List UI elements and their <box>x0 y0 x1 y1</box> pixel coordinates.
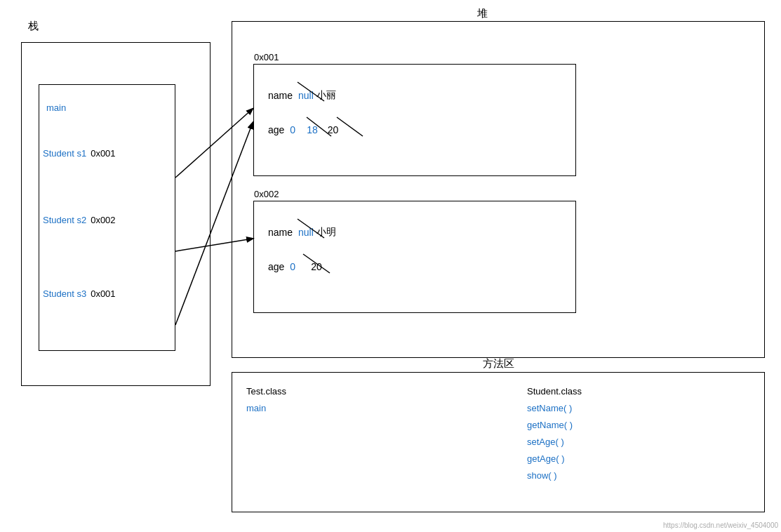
heap-label: 堆 <box>477 7 488 20</box>
obj1-name-new: 小丽 <box>316 89 336 102</box>
obj-box-1: 0x001 name null 小丽 age 0 18 20 <box>253 64 576 176</box>
test-class-label: Test.class <box>246 383 286 400</box>
obj2-strikethrough <box>254 201 575 312</box>
stack-s2-text: Student s2 <box>43 215 86 225</box>
obj1-age-mid: 18 <box>307 124 318 135</box>
obj1-address: 0x001 <box>254 52 279 62</box>
stack-s3-text: Student s3 <box>43 288 86 299</box>
obj2-age-old: 0 <box>290 261 295 272</box>
method-area-right: Student.class setName( ) getName( ) setA… <box>527 383 582 484</box>
stack-label: 栈 <box>28 20 39 33</box>
obj1-age-new: 20 <box>328 124 339 135</box>
student-getAge: getAge( ) <box>527 451 582 467</box>
obj-box-2: 0x002 name null 小明 age 0 20 <box>253 201 576 313</box>
obj2-age-row: age 0 20 <box>268 261 322 272</box>
stack-item-main: main <box>46 102 66 113</box>
method-area-label: 方法区 <box>483 357 514 371</box>
obj2-name-old: null <box>298 227 314 238</box>
obj2-name-row: name null 小明 <box>268 226 336 239</box>
stack-s2-addr: 0x002 <box>91 215 115 225</box>
stack-s1-text: Student s1 <box>43 148 86 159</box>
watermark: https://blog.csdn.net/weixiv_4504000 <box>663 521 778 529</box>
obj2-age-label: age <box>268 261 284 272</box>
svg-line-2 <box>337 117 363 136</box>
stack-frame: main Student s1 0x001 Student s2 0x002 S… <box>39 84 175 351</box>
student-setName: setName( ) <box>527 400 582 417</box>
obj2-name-new: 小明 <box>316 226 336 239</box>
stack-s3-addr: 0x001 <box>91 288 115 299</box>
method-area-left: Test.class main <box>246 383 286 417</box>
student-setAge: setAge( ) <box>527 434 582 451</box>
obj2-address: 0x002 <box>254 189 279 199</box>
method-area-container: 方法区 Test.class main Student.class setNam… <box>232 372 765 512</box>
obj2-age-new: 20 <box>311 261 322 272</box>
obj2-name-label: name <box>268 227 293 238</box>
obj1-age-old: 0 <box>290 124 295 135</box>
heap-container: 0x001 name null 小丽 age 0 18 20 0x002 <box>232 21 765 358</box>
obj1-name-row: name null 小丽 <box>268 89 336 102</box>
student-getName: getName( ) <box>527 417 582 434</box>
obj1-name-label: name <box>268 90 293 101</box>
obj1-age-row: age 0 18 20 <box>268 124 338 135</box>
obj1-name-old: null <box>298 90 314 101</box>
student-class-label: Student.class <box>527 383 582 400</box>
stack-item-s1: Student s1 0x001 <box>43 148 116 159</box>
obj1-age-label: age <box>268 124 284 135</box>
student-show: show( ) <box>527 467 582 484</box>
stack-item-s2: Student s2 0x002 <box>43 215 116 225</box>
test-main-method: main <box>246 400 286 417</box>
stack-main-text: main <box>46 102 66 113</box>
obj1-strikethrough <box>254 65 575 175</box>
stack-s1-addr: 0x001 <box>91 148 115 159</box>
stack-item-s3: Student s3 0x001 <box>43 288 116 299</box>
